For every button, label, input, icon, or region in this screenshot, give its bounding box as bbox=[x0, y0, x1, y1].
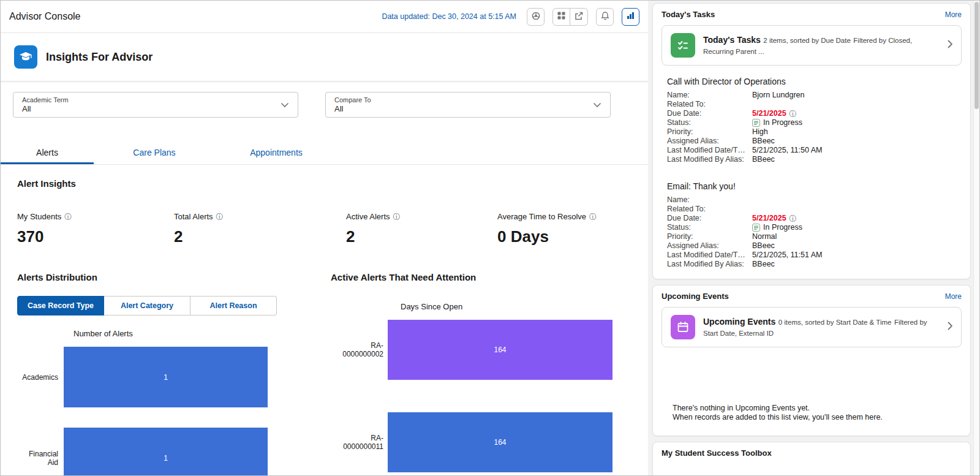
info-icon[interactable]: ⓘ bbox=[393, 213, 401, 221]
bar-row-financial-aid: Financial Aid 1 bbox=[17, 428, 331, 475]
status-value: In Progress bbox=[763, 118, 802, 127]
info-icon[interactable]: ⓘ bbox=[216, 213, 224, 221]
field-value: Normal bbox=[752, 232, 777, 241]
tab-appointments[interactable]: Appointments bbox=[215, 141, 337, 164]
grid-view-button[interactable] bbox=[552, 8, 570, 26]
distribution-segment-control: Case Record Type Alert Category Alert Re… bbox=[17, 296, 277, 315]
analytics-button[interactable] bbox=[622, 8, 639, 26]
bar-value-label: 1 bbox=[164, 373, 168, 382]
page-header: Insights For Advisor bbox=[1, 33, 648, 81]
upcoming-events-listview-card[interactable]: Upcoming Events 0 items, sorted by Start… bbox=[662, 307, 962, 347]
field-label: Last Modified By Alias: bbox=[667, 260, 752, 269]
compare-to-value: All bbox=[334, 104, 371, 113]
task-field-status: Status: In Progress bbox=[667, 118, 956, 127]
bar-category-label: RA-0000000011 bbox=[331, 434, 388, 451]
task-field-due-date: Due Date: 5/21/2025 ⓘ bbox=[667, 214, 956, 223]
view-actions-group bbox=[552, 8, 588, 26]
field-value: BBeec bbox=[752, 137, 775, 146]
kpi-label: Average Time to Resolve ⓘ bbox=[497, 212, 597, 221]
field-label: Related To: bbox=[667, 205, 752, 214]
task-item: Email: Thank you! Name: Related To: Due … bbox=[662, 181, 962, 269]
data-updated-text: Data updated: Dec 30, 2024 at 5:15 AM bbox=[382, 12, 516, 21]
alert-insights-title: Alert Insights bbox=[17, 178, 631, 189]
scrollbar-thumb[interactable] bbox=[974, 2, 979, 109]
compare-to-label: Compare To bbox=[334, 96, 371, 104]
grid-icon bbox=[557, 11, 566, 22]
todays-tasks-more-link[interactable]: More bbox=[945, 10, 962, 19]
field-label: Related To: bbox=[667, 100, 752, 109]
active-alerts-title: Active Alerts That Need Attention bbox=[331, 272, 631, 282]
field-label: Last Modified By Alias: bbox=[667, 155, 752, 164]
segment-alert-category[interactable]: Alert Category bbox=[104, 296, 190, 315]
toolbox-header: My Student Success Toolbox bbox=[662, 448, 962, 458]
task-status-icon bbox=[752, 119, 760, 127]
field-value: 5/21/2025, 11:51 AM bbox=[752, 251, 822, 260]
top-bar-actions: Data updated: Dec 30, 2024 at 5:15 AM bbox=[382, 8, 639, 26]
bar-category-label: RA-0000000002 bbox=[331, 341, 388, 358]
chevron-down-icon bbox=[281, 99, 289, 110]
info-icon[interactable]: ⓘ bbox=[589, 213, 597, 221]
due-date-value: 5/21/2025 bbox=[752, 214, 786, 223]
app-title: Advisor Console bbox=[9, 11, 81, 22]
field-value: BBeec bbox=[752, 155, 775, 164]
academic-term-text: Academic Term All bbox=[22, 96, 69, 113]
kpi-label: Total Alerts ⓘ bbox=[174, 212, 346, 221]
upcoming-events-card-text: Upcoming Events 0 items, sorted by Start… bbox=[703, 316, 940, 338]
graduation-cap-icon bbox=[14, 45, 37, 69]
active-alerts-panel: Active Alerts That Need Attention Days S… bbox=[331, 272, 631, 475]
task-field-assigned-alias: Assigned Alias: BBeec bbox=[667, 137, 956, 146]
page-title: Insights For Advisor bbox=[46, 51, 153, 64]
calendar-icon bbox=[671, 315, 695, 339]
bar-financial-aid[interactable]: 1 bbox=[64, 428, 268, 475]
task-field-assigned-alias: Assigned Alias: BBeec bbox=[667, 241, 956, 251]
info-icon[interactable]: ⓘ bbox=[64, 213, 72, 221]
filters-row: Academic Term All Compare To All bbox=[1, 81, 648, 118]
field-value: 5/21/2025 ⓘ bbox=[752, 109, 797, 118]
kpi-row: My Students ⓘ 370 Total Alerts ⓘ 2 Activ… bbox=[17, 212, 631, 246]
task-title[interactable]: Call with Director of Operations bbox=[667, 77, 956, 86]
bar-value-label: 164 bbox=[494, 438, 506, 447]
palette-button[interactable] bbox=[527, 8, 545, 26]
share-button[interactable] bbox=[570, 8, 588, 26]
compare-to-select[interactable]: Compare To All bbox=[325, 92, 611, 118]
field-label: Priority: bbox=[667, 232, 752, 241]
task-field-priority: Priority: High bbox=[667, 127, 956, 137]
academic-term-select[interactable]: Academic Term All bbox=[13, 92, 298, 118]
tab-alerts[interactable]: Alerts bbox=[1, 141, 94, 164]
upcoming-events-more-link[interactable]: More bbox=[945, 292, 962, 301]
bar-academics[interactable]: 1 bbox=[64, 347, 268, 407]
bar-category-label: Financial Aid bbox=[17, 450, 64, 467]
tab-care-plans[interactable]: Care Plans bbox=[94, 141, 215, 164]
empty-state-line2: When records are added to this list view… bbox=[673, 413, 962, 422]
academic-term-value: All bbox=[22, 104, 69, 113]
kpi-label-text: Total Alerts bbox=[174, 212, 213, 221]
bar-ra-0000000002[interactable]: 164 bbox=[388, 320, 612, 380]
info-icon[interactable]: ⓘ bbox=[790, 215, 797, 222]
segment-alert-reason[interactable]: Alert Reason bbox=[190, 296, 277, 315]
todays-tasks-card-text: Today's Tasks 2 items, sorted by Due Dat… bbox=[703, 34, 940, 56]
field-label: Assigned Alias: bbox=[667, 137, 752, 146]
charts-row: Alerts Distribution Case Record Type Ale… bbox=[17, 272, 631, 475]
info-icon[interactable]: ⓘ bbox=[790, 110, 797, 118]
task-field-last-modified: Last Modified Date/T… 5/21/2025, 11:50 A… bbox=[667, 146, 956, 155]
segment-case-record-type[interactable]: Case Record Type bbox=[17, 296, 104, 315]
task-title[interactable]: Email: Thank you! bbox=[667, 181, 956, 191]
bar-value-label: 1 bbox=[164, 454, 168, 463]
upcoming-events-header-title: Upcoming Events bbox=[662, 292, 729, 301]
share-icon bbox=[574, 11, 584, 23]
alerts-distribution-title: Alerts Distribution bbox=[17, 272, 331, 282]
number-of-alerts-chart-title: Number of Alerts bbox=[17, 329, 331, 338]
bar-ra-0000000011[interactable]: 164 bbox=[388, 412, 612, 472]
days-since-open-chart: RA-0000000002 164 RA-0000000011 164 bbox=[331, 320, 631, 472]
toolbox-header-title: My Student Success Toolbox bbox=[662, 448, 772, 458]
field-value: BBeec bbox=[752, 260, 775, 269]
task-field-name: Name: Bjorn Lundgren bbox=[667, 91, 956, 100]
number-of-alerts-chart: Academics 1 Financial Aid 1 bbox=[17, 347, 331, 475]
field-label: Priority: bbox=[667, 127, 752, 137]
bar-row-academics: Academics 1 bbox=[17, 347, 331, 407]
notifications-button[interactable] bbox=[596, 8, 614, 26]
kpi-avg-time-to-resolve: Average Time to Resolve ⓘ 0 Days bbox=[497, 212, 597, 246]
sidebar-scrollbar[interactable] bbox=[973, 1, 979, 475]
status-value: In Progress bbox=[763, 223, 802, 232]
todays-tasks-listview-card[interactable]: Today's Tasks 2 items, sorted by Due Dat… bbox=[662, 25, 962, 66]
